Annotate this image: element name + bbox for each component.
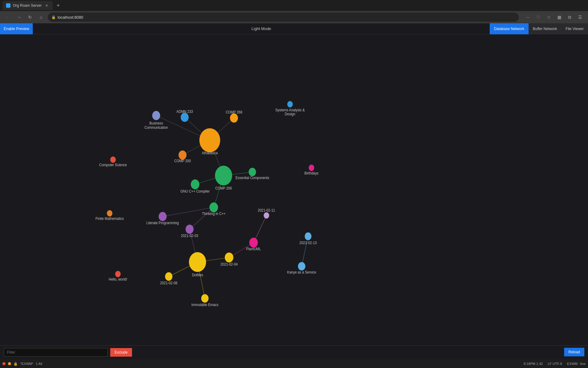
menu-btn[interactable]: ☰	[576, 13, 584, 21]
node-dotfiles[interactable]	[189, 252, 206, 272]
status-workspace-num: 1 All	[36, 362, 42, 366]
address-bar: ← → ↻ ⌂ 🔒 localhost:8080 ··· ♡ ☆ ▦ ⧉ ☰	[0, 11, 588, 23]
label-finite-math: Finite Mathematics	[96, 217, 124, 221]
tab-bar: 🌐 Org Roam Server ✕ +	[0, 0, 588, 11]
tab-buffer-network[interactable]: Buffer Network	[529, 23, 561, 34]
node-essential[interactable]	[249, 168, 256, 176]
node-business-comm[interactable]	[152, 111, 160, 120]
node-finite-math[interactable]	[107, 210, 112, 217]
edges	[156, 116, 308, 298]
node-2021-02-11[interactable]	[264, 212, 269, 219]
label-2021-02-03: 2021-02-03	[181, 233, 198, 238]
node-gnu-cpp[interactable]	[191, 179, 199, 189]
star-btn[interactable]: ☆	[545, 13, 553, 21]
sidebar-btn[interactable]: ▦	[555, 13, 564, 21]
label-dotfiles: Dotfiles	[192, 273, 203, 277]
url-text: localhost:8080	[58, 15, 83, 20]
label-business-comm: Business	[149, 121, 163, 125]
tab-close-btn[interactable]: ✕	[44, 3, 49, 8]
node-2021-02-03[interactable]	[186, 224, 194, 234]
status-workspace: *EXWM*	[20, 362, 33, 366]
status-lock: 🔒	[13, 362, 18, 366]
status-encoding: LF UTF-8	[548, 362, 562, 366]
forward-btn[interactable]: →	[15, 13, 23, 21]
label-hello-world: Hello, world!	[109, 277, 127, 282]
new-tab-btn[interactable]: +	[54, 1, 62, 10]
tab-title: Org Roam Server	[13, 3, 42, 8]
node-birthdays[interactable]	[309, 165, 314, 171]
security-icon: 🔒	[51, 15, 56, 19]
browser-chrome: 🌐 Org Roam Server ✕ + ← → ↻ ⌂ 🔒 localhos…	[0, 0, 588, 23]
node-admn233[interactable]	[181, 113, 189, 122]
label-business-comm2: Communication	[145, 125, 168, 130]
tabs-btn[interactable]: ⧉	[565, 13, 574, 21]
edge-2021-02-13-kanye	[302, 236, 308, 266]
label-2021-02-08: 2021-02-08	[160, 281, 178, 285]
graph-area[interactable]: Athabasca COMP 206 ADMN 233 COMP 268 Bus…	[0, 34, 588, 352]
status-mode: EXWM : line	[567, 362, 586, 366]
node-2021-02-13[interactable]	[305, 232, 311, 240]
node-hello-world[interactable]	[115, 271, 121, 277]
status-time: 8:18PM 1.42	[524, 362, 543, 366]
nav-tabs: Database Network Buffer Network File Vie…	[490, 23, 588, 34]
edge-thinking-date	[190, 207, 214, 229]
label-systems-analysis2: Design	[285, 112, 295, 116]
node-2021-02-04[interactable]	[225, 252, 233, 262]
status-bar: 🔒 *EXWM* 1 All 8:18PM 1.42 LF UTF-8 EXWM…	[0, 359, 588, 368]
node-literate[interactable]	[159, 212, 167, 221]
node-systems-analysis[interactable]	[287, 101, 293, 108]
label-systems-analysis: Systems Analysis &	[275, 108, 305, 112]
label-computer-science: Computer Science	[99, 163, 127, 167]
browser-nav-right: ··· ♡ ☆ ▦ ⧉ ☰	[524, 13, 584, 21]
back-btn[interactable]: ←	[4, 13, 12, 21]
label-kanye: Kanye as a Service	[287, 270, 316, 275]
pocket-btn[interactable]: ♡	[534, 13, 543, 21]
label-2021-02-13: 2021-02-13	[300, 240, 317, 245]
status-indicator-red	[2, 362, 6, 365]
node-athabasca[interactable]	[199, 128, 220, 152]
label-2021-02-11: 2021-02-11	[258, 208, 275, 213]
label-2021-02-04: 2021-02-04	[221, 262, 238, 266]
tab-file-viewer[interactable]: File Viewer	[561, 23, 588, 34]
light-mode-label: Light Mode	[33, 26, 490, 31]
bottom-bar: Exclude	[0, 345, 588, 359]
node-kanye[interactable]	[298, 262, 305, 270]
url-bar[interactable]: 🔒 localhost:8080	[48, 13, 519, 22]
home-btn[interactable]: ⌂	[37, 13, 45, 21]
reload-button[interactable]: Reload	[564, 348, 584, 356]
filter-input[interactable]	[4, 348, 108, 357]
node-comp200[interactable]	[179, 151, 187, 160]
label-literate: Literate Programming	[146, 221, 179, 225]
tab-database-network[interactable]: Database Network	[490, 23, 529, 34]
label-immutable-emacs: Immutable Emacs	[191, 303, 218, 307]
node-comp268[interactable]	[230, 113, 238, 123]
reload-browser-btn[interactable]: ↻	[26, 13, 34, 21]
tab-favicon: 🌐	[6, 3, 10, 8]
graph-svg: Athabasca COMP 206 ADMN 233 COMP 268 Bus…	[0, 34, 588, 352]
more-btn[interactable]: ···	[524, 13, 532, 21]
app-bar: Enable Preview Light Mode Database Netwo…	[0, 23, 588, 34]
node-plantuml[interactable]	[249, 238, 258, 247]
node-comp206[interactable]	[215, 166, 232, 185]
node-thinking-cpp[interactable]	[209, 202, 218, 212]
node-immutable-emacs[interactable]	[201, 294, 209, 303]
enable-preview-button[interactable]: Enable Preview	[0, 23, 33, 34]
edge-thinking-literate	[163, 207, 214, 217]
exclude-button[interactable]: Exclude	[110, 348, 132, 357]
label-birthdays: Birthdays	[304, 171, 318, 175]
label-gnu-cpp: GNU C++ Compiler	[180, 189, 209, 194]
status-indicator-yellow	[8, 362, 11, 365]
browser-tab[interactable]: 🌐 Org Roam Server ✕	[2, 1, 53, 10]
node-computer-science[interactable]	[110, 156, 116, 163]
node-2021-02-08[interactable]	[165, 272, 172, 281]
nodes: Athabasca COMP 206 ADMN 233 COMP 268 Bus…	[96, 101, 318, 307]
label-comp206: COMP 206	[215, 186, 232, 191]
status-right: 8:18PM 1.42 LF UTF-8 EXWM : line	[524, 362, 586, 366]
